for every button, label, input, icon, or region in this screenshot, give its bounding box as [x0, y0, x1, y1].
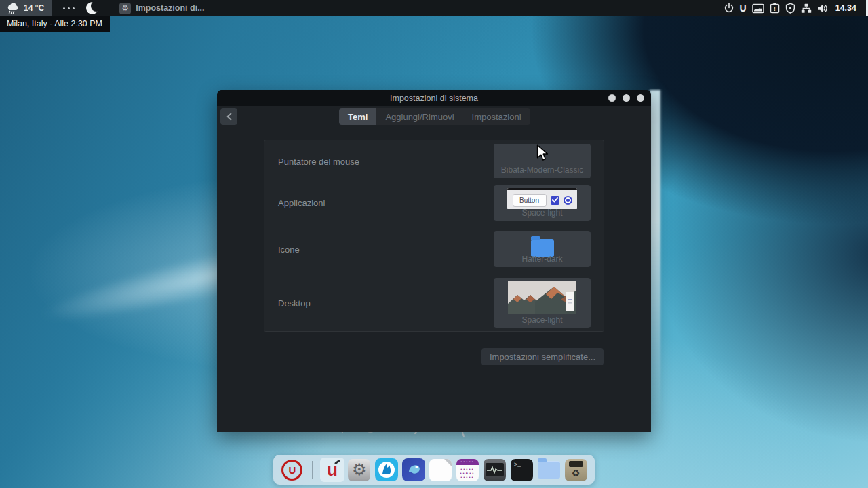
- window-title: Impostazioni di sistema: [390, 94, 478, 103]
- preview-checkbox: [551, 196, 559, 205]
- back-button[interactable]: [220, 108, 237, 125]
- titlebar[interactable]: Impostazioni di sistema: [217, 90, 651, 106]
- more-applets-icon[interactable]: [60, 0, 77, 16]
- volume-icon[interactable]: [817, 3, 829, 14]
- weather-temperature: 14 °C: [24, 3, 44, 13]
- gtk-theme-value: Space-light: [494, 208, 591, 218]
- calendar-icon[interactable]: [455, 458, 479, 482]
- tab-temi[interactable]: Temi: [339, 108, 376, 125]
- system-monitor-icon[interactable]: [482, 458, 507, 482]
- tab-impostazioni[interactable]: Impostazioni: [463, 108, 530, 125]
- row-label-icons: Icone: [278, 245, 300, 255]
- taskbar-item-label: Impostazioni di...: [136, 3, 204, 13]
- file-manager-icon[interactable]: [536, 458, 561, 482]
- ubuntu-budgie-logo-icon[interactable]: U: [740, 3, 747, 14]
- wallpaper-changer-icon[interactable]: [752, 3, 764, 14]
- desktop: 14 °C ⚙ Impostazioni di... U: [0, 0, 868, 488]
- preview-radio: [564, 196, 572, 205]
- power-icon[interactable]: [724, 3, 734, 14]
- row-label-mouse-pointer: Puntatore del mouse: [278, 157, 359, 167]
- terminal-icon[interactable]: >_: [509, 458, 534, 482]
- preview-button: Button: [513, 194, 547, 207]
- security-shield-icon[interactable]: [785, 3, 795, 14]
- night-light-applet[interactable]: [83, 0, 103, 16]
- network-wired-icon[interactable]: [801, 3, 812, 14]
- crescent-moon-icon: [85, 1, 100, 16]
- gtk-theme-tile[interactable]: Button Space-light: [494, 185, 591, 221]
- clock[interactable]: 14.34: [835, 3, 856, 13]
- wallpaper-thumbnail: [508, 281, 576, 314]
- taskbar-item-impostazioni[interactable]: ⚙ Impostazioni di...: [114, 0, 210, 16]
- themes-settings-panel: Puntatore del mouse Bibata-Modern-Classi…: [264, 140, 604, 332]
- package-updates-icon[interactable]: !: [770, 3, 780, 14]
- window-close-button[interactable]: [637, 94, 644, 102]
- window-maximize-button[interactable]: [623, 94, 630, 102]
- mail-client-icon[interactable]: [401, 458, 426, 482]
- svg-text:!: !: [774, 5, 776, 12]
- weather-applet[interactable]: 14 °C: [0, 0, 52, 16]
- icon-theme-tile[interactable]: Hatter-dark: [494, 231, 591, 267]
- dock: U u ⚙ >_ ♻: [273, 455, 595, 485]
- budgie-welcome-icon[interactable]: u: [320, 458, 344, 482]
- widget-preview: Button: [507, 188, 577, 209]
- mouse-cursor: [536, 144, 549, 162]
- row-label-applications: Applicazioni: [278, 198, 325, 208]
- web-browser-icon[interactable]: [374, 458, 399, 482]
- text-editor-icon[interactable]: [429, 458, 453, 482]
- top-panel: 14 °C ⚙ Impostazioni di... U: [0, 0, 868, 16]
- simplified-settings-button[interactable]: Impostazioni semplificate...: [481, 348, 604, 365]
- gear-icon: ⚙: [119, 3, 131, 14]
- chevron-left-icon: [226, 113, 232, 121]
- settings-window: Impostazioni di sistema Temi Aggiungi/Ri…: [217, 90, 651, 432]
- window-minimize-button[interactable]: [608, 94, 616, 102]
- toolbar: Temi Aggiungi/Rimuovi Impostazioni: [217, 106, 651, 131]
- wallpaper-tile[interactable]: Space-light: [494, 278, 591, 328]
- cursor-theme-value: Bibata-Modern-Classic: [494, 165, 591, 175]
- tab-group: Temi Aggiungi/Rimuovi Impostazioni: [339, 108, 530, 125]
- tab-aggiungi-rimuovi[interactable]: Aggiungi/Rimuovi: [376, 108, 462, 125]
- trash-icon[interactable]: ♻: [564, 458, 588, 482]
- row-label-desktop: Desktop: [278, 298, 311, 308]
- icon-theme-value: Hatter-dark: [494, 254, 591, 264]
- wallpaper-light-beam: [650, 90, 660, 432]
- budgie-menu-icon[interactable]: U: [280, 458, 304, 482]
- settings-app-icon[interactable]: ⚙: [347, 458, 372, 482]
- weather-tooltip: Milan, Italy - Alle 2:30 PM: [0, 16, 110, 32]
- rain-cloud-icon: [5, 3, 20, 14]
- wallpaper-theme-value: Space-light: [494, 315, 591, 325]
- dock-separator: [312, 461, 313, 479]
